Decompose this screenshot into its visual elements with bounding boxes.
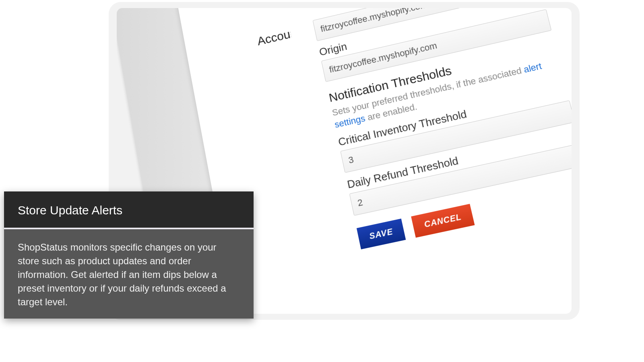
save-button[interactable]: SAVE	[357, 219, 406, 250]
overlay-body: ShopStatus monitors specific changes on …	[4, 229, 254, 319]
overlay-title: Store Update Alerts	[4, 191, 254, 229]
info-overlay-card: Store Update Alerts ShopStatus monitors …	[4, 191, 254, 319]
cancel-button[interactable]: CANCEL	[411, 204, 475, 238]
